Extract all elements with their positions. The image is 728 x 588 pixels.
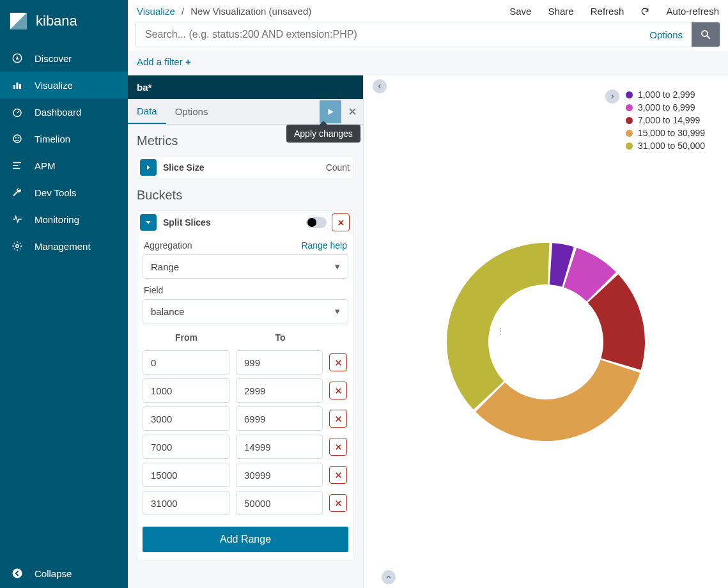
- range-to-input[interactable]: [236, 463, 323, 487]
- legend-item[interactable]: 3,000 to 6,999: [626, 102, 705, 112]
- share-button[interactable]: Share: [548, 6, 574, 17]
- compass-icon: [9, 52, 26, 64]
- bucket-delete-button[interactable]: [332, 213, 350, 231]
- range-row: [143, 378, 348, 403]
- range-help-link[interactable]: Range help: [301, 240, 347, 251]
- range-delete-button[interactable]: [329, 410, 347, 428]
- field-select[interactable]: balance ▾: [143, 299, 348, 323]
- chevron-right-icon: [609, 93, 616, 100]
- sidebar-item-timelion[interactable]: Timelion: [0, 125, 128, 152]
- app-logo[interactable]: kibana: [0, 0, 128, 45]
- range-row: [143, 463, 348, 487]
- discard-changes-button[interactable]: [341, 100, 363, 123]
- legend-item[interactable]: 15,000 to 30,999: [626, 128, 705, 138]
- refresh-button[interactable]: Refresh: [591, 6, 624, 17]
- donut-slice[interactable]: [476, 360, 640, 441]
- range-to-input[interactable]: [236, 435, 323, 459]
- play-icon: [326, 107, 335, 116]
- nav: DiscoverVisualizeDashboardTimelionAPMDev…: [0, 45, 128, 559]
- range-to-input[interactable]: [236, 491, 323, 515]
- range-from-input[interactable]: [143, 491, 229, 515]
- aggregation-label: Aggregation: [144, 240, 192, 251]
- range-from-input[interactable]: [143, 463, 229, 487]
- autorefresh-button[interactable]: Auto-refresh: [640, 6, 719, 17]
- spy-panel-toggle[interactable]: [382, 570, 396, 584]
- range-delete-button[interactable]: [329, 466, 347, 484]
- index-pattern[interactable]: ba*: [128, 75, 363, 99]
- aggregation-select[interactable]: Range ▾: [143, 254, 348, 279]
- search-input[interactable]: [136, 22, 640, 47]
- resize-handle[interactable]: ⋮: [496, 326, 505, 336]
- sidebar-item-discover[interactable]: Discover: [0, 45, 128, 72]
- svg-marker-19: [329, 109, 334, 114]
- svg-line-18: [707, 36, 710, 39]
- close-icon: [335, 387, 342, 394]
- svg-point-15: [16, 245, 19, 248]
- range-to-input[interactable]: [236, 406, 323, 431]
- breadcrumb-current: New Visualization (unsaved): [190, 6, 311, 17]
- range-delete-button[interactable]: [329, 382, 347, 399]
- workspace: ba* Data Options Apply changes Metrics: [128, 75, 728, 588]
- sidebar-item-visualize[interactable]: Visualize: [0, 72, 128, 98]
- sidebar-item-dashboard[interactable]: Dashboard: [0, 98, 128, 125]
- sidebar-item-label: Visualize: [35, 80, 73, 91]
- legend-item[interactable]: 7,000 to 14,999: [626, 115, 705, 125]
- metric-card: Slice Size Count: [137, 156, 354, 179]
- breadcrumb-root[interactable]: Visualize: [137, 6, 175, 17]
- sidebar-item-management[interactable]: Management: [0, 233, 128, 259]
- tab-data[interactable]: Data: [128, 99, 166, 124]
- range-from-input[interactable]: [143, 350, 229, 375]
- range-delete-button[interactable]: [329, 353, 347, 371]
- app-name: kibana: [36, 13, 77, 29]
- panel-collapse-left[interactable]: [373, 79, 387, 93]
- chevron-up-icon: [385, 574, 392, 580]
- sidebar-item-apm[interactable]: APM: [0, 152, 128, 179]
- legend-color-icon: [626, 117, 633, 124]
- kibana-logo-icon: [9, 12, 28, 31]
- svg-point-16: [13, 569, 22, 578]
- add-range-button[interactable]: Add Range: [143, 527, 348, 552]
- legend-color-icon: [626, 143, 633, 150]
- range-row: [143, 491, 348, 515]
- plus-icon: +: [185, 56, 191, 67]
- heartbeat-icon: [9, 213, 26, 225]
- sidebar-item-label: Discover: [35, 53, 72, 64]
- field-label: Field: [144, 285, 163, 295]
- svg-point-10: [15, 137, 17, 138]
- buckets-section: Buckets Split Slices: [137, 188, 354, 561]
- sidebar-item-monitoring[interactable]: Monitoring: [0, 206, 128, 233]
- editor-panel: ba* Data Options Apply changes Metrics: [128, 75, 364, 588]
- search-options[interactable]: Options: [640, 22, 692, 47]
- range-to-input[interactable]: [236, 378, 323, 403]
- add-filter[interactable]: Add a filter +: [137, 56, 191, 67]
- range-to-input[interactable]: [236, 350, 323, 375]
- metric-value: Count: [326, 162, 350, 173]
- search-button[interactable]: [692, 22, 720, 47]
- tab-options[interactable]: Options: [166, 100, 217, 123]
- bucket-enabled-toggle[interactable]: [306, 217, 327, 228]
- close-icon: [335, 472, 342, 479]
- apply-changes-button[interactable]: [320, 100, 341, 123]
- range-from-input[interactable]: [143, 378, 229, 403]
- search-icon: [700, 29, 711, 40]
- legend-collapse[interactable]: [605, 89, 619, 104]
- range-delete-button[interactable]: [329, 438, 347, 456]
- range-delete-button[interactable]: [329, 494, 347, 512]
- sidebar-item-dev-tools[interactable]: Dev Tools: [0, 179, 128, 206]
- save-button[interactable]: Save: [509, 6, 531, 17]
- sidebar-item-label: Timelion: [35, 134, 70, 144]
- close-icon: [348, 107, 357, 116]
- range-from-input[interactable]: [143, 406, 229, 431]
- legend-item[interactable]: 31,000 to 50,000: [626, 141, 705, 151]
- metric-toggle[interactable]: [140, 159, 157, 176]
- svg-point-9: [13, 135, 21, 143]
- svg-line-8: [17, 111, 19, 113]
- range-from-input[interactable]: [143, 435, 229, 459]
- legend-item[interactable]: 1,000 to 2,999: [626, 89, 705, 100]
- close-icon: [337, 219, 345, 226]
- close-icon: [335, 359, 342, 366]
- close-icon: [335, 415, 342, 422]
- sidebar-item-label: APM: [35, 160, 56, 171]
- collapse-sidebar[interactable]: Collapse: [0, 559, 128, 588]
- bucket-toggle[interactable]: [140, 214, 157, 231]
